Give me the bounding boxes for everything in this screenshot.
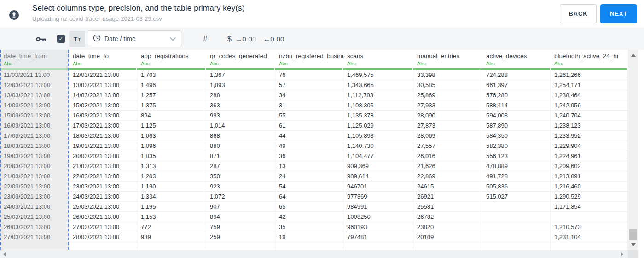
- table-cell: [413, 242, 482, 250]
- column-type-badge: Abc: [486, 61, 551, 66]
- scroll-up-icon[interactable]: [631, 54, 636, 57]
- table-cell: 868: [206, 131, 275, 141]
- table-cell: 14/03/2021 13:00: [69, 90, 137, 100]
- table-cell: 1,105,893: [343, 131, 413, 141]
- table-cell: 350: [206, 171, 275, 182]
- table-cell: 27,933: [413, 100, 482, 111]
- table-row: 21/03/2021 13:0022/03/2021 13:001,203350…: [0, 171, 628, 182]
- table-cell: 909,614: [343, 171, 413, 182]
- table-cell: 1,171,854: [551, 202, 628, 212]
- column-type-dropdown[interactable]: Date / time: [88, 30, 181, 47]
- column-header-active_devices[interactable]: active_devicesAbc: [482, 50, 551, 68]
- table-cell: 588,414: [482, 100, 551, 111]
- selected-column-left-border: [0, 50, 1, 250]
- table-cell: 15/03/2021 13:00: [69, 100, 137, 111]
- text-type-button[interactable]: TT: [69, 31, 85, 47]
- increase-decimal-button[interactable]: →0.00: [235, 28, 256, 50]
- currency-type-icon[interactable]: $: [227, 28, 232, 50]
- table-cell: 23/03/2021 13:00: [0, 192, 69, 202]
- horizontal-scrollbar[interactable]: [0, 250, 628, 258]
- table-cell: 1,496: [137, 80, 206, 90]
- table-cell: 894: [137, 111, 206, 121]
- table-cell: 15/03/2021 13:00: [0, 111, 69, 121]
- scroll-right-icon[interactable]: [621, 252, 623, 257]
- table-cell: 993: [206, 111, 275, 121]
- column-header-manual_entries[interactable]: manual_entriesAbc: [413, 50, 482, 68]
- table-cell: 44: [275, 131, 343, 141]
- table-cell: 26/03/2021 13:00: [0, 222, 69, 232]
- column-header-qr_codes_generated[interactable]: qr_codes_generatedAbc: [206, 50, 275, 68]
- column-name: date_time_from: [4, 53, 69, 59]
- column-type-badge: Abc: [141, 61, 206, 66]
- column-name: nzbn_registered_busine: [279, 53, 343, 59]
- table-cell: 894: [206, 212, 275, 222]
- chevron-down-icon: [169, 35, 176, 43]
- table-row: 27/03/2021 13:0028/03/2021 13:0093925919…: [0, 232, 628, 242]
- table-cell: 12/03/2021 13:00: [69, 70, 137, 80]
- table-cell: 1,233,952: [551, 131, 628, 141]
- column-header-scans[interactable]: scansAbc: [343, 50, 413, 68]
- table-cell: [206, 242, 275, 250]
- table-cell: 28,069: [413, 131, 482, 141]
- table-cell: 21,626: [413, 161, 482, 171]
- table-cell: 20/03/2021 13:00: [0, 161, 69, 171]
- table-cell: 49: [275, 141, 343, 151]
- table-cell: 584,350: [482, 131, 551, 141]
- table-cell: 31: [275, 100, 343, 111]
- table-cell: 36: [275, 151, 343, 161]
- table-cell: [482, 242, 551, 250]
- column-include-checkbox[interactable]: ✓: [57, 35, 65, 43]
- table-cell: 13/03/2021 13:00: [69, 80, 137, 90]
- text-type-label-small: T: [78, 37, 81, 42]
- table-cell: 1,290,529: [551, 192, 628, 202]
- table-cell: 13: [275, 161, 343, 171]
- table-cell: 14/03/2021 13:00: [0, 100, 69, 111]
- table-cell: 724,288: [482, 70, 551, 80]
- right-arrow-icon: →: [235, 35, 242, 43]
- table-cell: 1,231,104: [551, 232, 628, 242]
- table-row: 20/03/2021 13:0021/03/2021 13:001,313287…: [0, 161, 628, 171]
- scroll-left-icon[interactable]: [3, 252, 6, 257]
- column-header-app_registrations[interactable]: app_registrationsAbc: [137, 50, 206, 68]
- column-header-date_time_from[interactable]: date_time_fromAbc: [0, 50, 69, 68]
- back-button[interactable]: BACK: [560, 4, 597, 23]
- column-header-bluetooth_active_24_hr_[interactable]: bluetooth_active_24_hr_Abc: [551, 50, 628, 68]
- table-row: 14/03/2021 13:0015/03/2021 13:001,375363…: [0, 100, 628, 111]
- table-cell: 18/03/2021 13:00: [69, 131, 137, 141]
- column-header-date_time_to[interactable]: date_time_toAbc: [69, 50, 137, 68]
- number-type-icon[interactable]: #: [203, 28, 207, 50]
- column-type-badge: Abc: [347, 61, 413, 66]
- table-row: 19/03/2021 13:0020/03/2021 13:001,035871…: [0, 151, 628, 161]
- column-type-toolbar: ✓ TT Date / time # $ →0.00 ←0.00: [0, 28, 644, 50]
- vertical-scrollbar[interactable]: [628, 50, 638, 250]
- table-cell: 17/03/2021 13:00: [0, 131, 69, 141]
- table-cell: [482, 232, 551, 242]
- column-header-nzbn_registered_busine[interactable]: nzbn_registered_busineAbc: [275, 50, 343, 68]
- table-cell: 797481: [343, 232, 413, 242]
- upload-icon: [9, 10, 19, 20]
- table-cell: 259: [206, 232, 275, 242]
- table-cell: 24: [275, 171, 343, 182]
- scroll-down-icon[interactable]: [631, 243, 636, 246]
- column-name: active_devices: [486, 53, 551, 59]
- page-header: Select columns type, precision, and the …: [0, 0, 644, 28]
- table-cell: 1,153: [137, 212, 206, 222]
- table-cell: [69, 242, 137, 250]
- table-cell: 65: [275, 202, 343, 212]
- table-cell: 909,369: [343, 161, 413, 171]
- table-cell: 57: [275, 80, 343, 90]
- table-cell: 1,125: [137, 121, 206, 131]
- primary-key-icon[interactable]: [36, 28, 47, 50]
- column-name: app_registrations: [141, 53, 206, 59]
- table-row: 25/03/2021 13:0026/03/2021 13:001,153894…: [0, 212, 628, 222]
- decrease-decimal-button[interactable]: ←0.00: [263, 28, 284, 50]
- table-cell: 25/03/2021 13:00: [69, 202, 137, 212]
- next-button[interactable]: NEXT: [600, 4, 637, 23]
- table-cell: 556,123: [482, 151, 551, 161]
- table-cell: 35: [275, 222, 343, 232]
- table-cell: 42: [275, 212, 343, 222]
- table-cell: 594,008: [482, 111, 551, 121]
- table-cell: 19: [275, 232, 343, 242]
- vertical-scrollbar-thumb[interactable]: [629, 229, 637, 240]
- table-cell: 287: [206, 161, 275, 171]
